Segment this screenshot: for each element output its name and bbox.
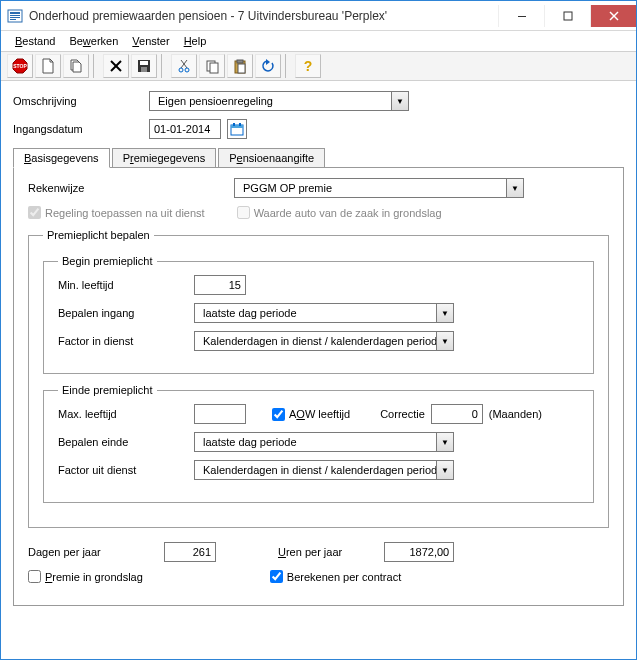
factor-uit-combo[interactable]: Kalenderdagen in dienst / kalenderdagen … [194,460,454,480]
bepalen-einde-value: laatste dag periode [199,436,436,448]
svg-rect-30 [239,123,241,126]
svg-rect-21 [210,63,218,73]
correctie-field[interactable] [431,404,483,424]
titlebar: Onderhoud premiewaarden pensioen - 7 Uit… [1,1,636,31]
svg-rect-15 [141,67,147,72]
waarde-auto-input [237,206,250,219]
svg-rect-4 [10,19,16,20]
bepalen-ingang-value: laatste dag periode [199,307,436,319]
svg-rect-1 [10,12,20,14]
tab-premiegegevens[interactable]: Premiegegevens [112,148,217,168]
factor-uit-value: Kalenderdagen in dienst / kalenderdagen … [199,464,436,476]
copydoc-button[interactable] [63,54,89,78]
copy-button[interactable] [199,54,225,78]
svg-text:?: ? [304,58,313,74]
chevron-down-icon: ▼ [436,304,453,322]
chevron-down-icon: ▼ [436,461,453,479]
premieplicht-fieldset: Premieplicht bepalen Begin premieplicht … [28,229,609,528]
berekenen-contract-input[interactable] [270,570,283,583]
cut-button[interactable] [171,54,197,78]
chevron-down-icon: ▼ [506,179,523,197]
window-buttons [498,5,636,27]
chevron-down-icon: ▼ [436,332,453,350]
uren-label: Uren per jaar [278,546,342,558]
max-leeftijd-field[interactable] [194,404,246,424]
undo-button[interactable] [255,54,281,78]
omschrijving-label: Omschrijving [13,95,143,107]
menubar: Bestand Bewerken Venster Help [1,31,636,51]
tab-basisgegevens[interactable]: Basisgegevens [13,148,110,168]
correctie-unit: (Maanden) [489,408,542,420]
menu-bewerken[interactable]: Bewerken [63,34,124,48]
begin-legend: Begin premieplicht [58,255,157,267]
date-picker-button[interactable] [227,119,247,139]
rekenwijze-value: PGGM OP premie [239,182,506,194]
waarde-auto-checkbox: Waarde auto van de zaak in grondslag [237,206,442,219]
ingangsdatum-field[interactable] [149,119,221,139]
svg-rect-3 [10,17,20,18]
svg-marker-25 [266,59,270,65]
toolbar-separator [285,54,291,78]
tabpanel-basis: Rekenwijze PGGM OP premie ▼ Regeling toe… [13,167,624,606]
bepalen-einde-label: Bepalen einde [58,436,188,448]
svg-rect-24 [238,64,245,73]
window-title: Onderhoud premiewaarden pensioen - 7 Uit… [29,9,498,23]
premie-grondslag-input[interactable] [28,570,41,583]
stop-button[interactable]: STOP [7,54,33,78]
omschrijving-value: Eigen pensioenregeling [154,95,391,107]
delete-button[interactable] [103,54,129,78]
berekenen-contract-checkbox[interactable]: Berekenen per contract [270,570,401,583]
factor-uit-label: Factor uit dienst [58,464,188,476]
menu-venster[interactable]: Venster [126,34,175,48]
client-area: Omschrijving Eigen pensioenregeling ▼ In… [1,81,636,659]
menu-bestand[interactable]: Bestand [9,34,61,48]
save-button[interactable] [131,54,157,78]
svg-rect-2 [10,15,20,16]
bepalen-einde-combo[interactable]: laatste dag periode ▼ [194,432,454,452]
regeling-na-dienst-input [28,206,41,219]
max-leeftijd-label: Max. leeftijd [58,408,188,420]
min-leeftijd-field[interactable] [194,275,246,295]
toolbar-separator [93,54,99,78]
toolbar: STOP ? [1,51,636,81]
bepalen-ingang-label: Bepalen ingang [58,307,188,319]
window: Onderhoud premiewaarden pensioen - 7 Uit… [0,0,637,660]
uren-field[interactable] [384,542,454,562]
premie-grondslag-checkbox[interactable]: Premie in grondslag [28,570,143,583]
chevron-down-icon: ▼ [391,92,408,110]
premieplicht-legend: Premieplicht bepalen [43,229,154,241]
svg-text:STOP: STOP [13,63,27,69]
dagen-field[interactable] [164,542,216,562]
aow-leeftijd-checkbox[interactable]: AOW leeftijd [272,408,350,421]
ingangsdatum-label: Ingangsdatum [13,123,143,135]
help-button[interactable]: ? [295,54,321,78]
app-icon [7,8,23,24]
einde-legend: Einde premieplicht [58,384,157,396]
begin-premieplicht-fieldset: Begin premieplicht Min. leeftijd Bepalen… [43,255,594,374]
factor-in-value: Kalenderdagen in dienst / kalenderdagen … [199,335,436,347]
rekenwijze-combo[interactable]: PGGM OP premie ▼ [234,178,524,198]
svg-rect-5 [518,16,526,17]
minimize-button[interactable] [498,5,544,27]
toolbar-separator [161,54,167,78]
omschrijving-combo[interactable]: Eigen pensioenregeling ▼ [149,91,409,111]
svg-rect-23 [237,60,243,63]
rekenwijze-label: Rekenwijze [28,182,228,194]
svg-point-19 [185,68,189,72]
bepalen-ingang-combo[interactable]: laatste dag periode ▼ [194,303,454,323]
close-button[interactable] [590,5,636,27]
new-button[interactable] [35,54,61,78]
regeling-na-dienst-checkbox: Regeling toepassen na uit dienst [28,206,205,219]
chevron-down-icon: ▼ [436,433,453,451]
factor-in-label: Factor in dienst [58,335,188,347]
maximize-button[interactable] [544,5,590,27]
min-leeftijd-label: Min. leeftijd [58,279,188,291]
aow-leeftijd-input[interactable] [272,408,285,421]
svg-point-18 [179,68,183,72]
tabstrip: Basisgegevens Premiegegevens Pensioenaan… [13,147,624,167]
paste-button[interactable] [227,54,253,78]
factor-in-combo[interactable]: Kalenderdagen in dienst / kalenderdagen … [194,331,454,351]
einde-premieplicht-fieldset: Einde premieplicht Max. leeftijd AOW lee… [43,384,594,503]
menu-help[interactable]: Help [178,34,213,48]
tab-pensioenaangifte[interactable]: Pensioenaangifte [218,148,325,168]
